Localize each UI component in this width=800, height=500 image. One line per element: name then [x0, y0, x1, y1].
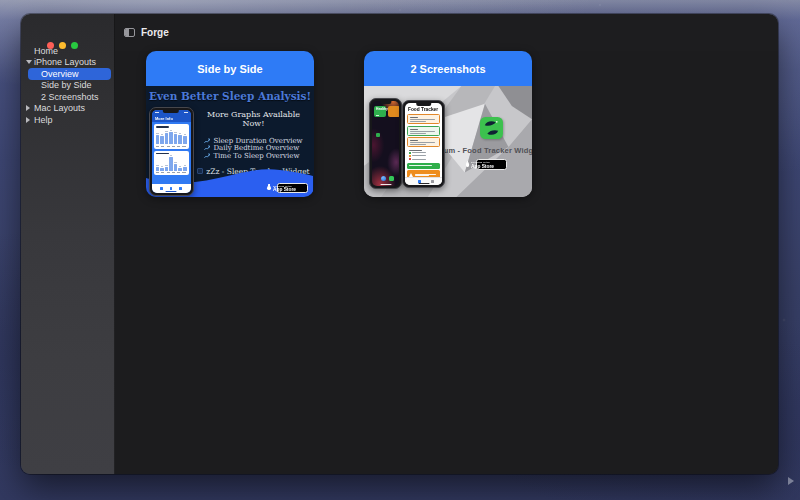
app-title: Food Tracker [408, 107, 438, 112]
status-battery-icon [184, 112, 188, 113]
safari-dock-icon [381, 176, 386, 181]
sidebar-item-2-screenshots[interactable]: 2 Screenshots [21, 91, 114, 103]
desktop-wallpaper: Home iPhone Layouts Overview Side by Sid… [0, 0, 800, 500]
app-caption: Yum - Food Tracker Widget! [439, 146, 532, 155]
sidebar-item-label: Home [21, 46, 58, 56]
orange-widget [388, 106, 399, 117]
preview-headline: Even Better Sleep Analysis! [146, 90, 314, 102]
sidebar-nav: Home iPhone Layouts Overview Side by Sid… [21, 45, 114, 126]
chart-x-labels [156, 146, 187, 147]
badge-line2: App Store [273, 187, 296, 192]
phone-notch [416, 103, 432, 106]
phone-screen: Healthy [372, 101, 399, 186]
phone-screen: More Info [152, 110, 191, 193]
sidebar: Home iPhone Layouts Overview Side by Sid… [21, 14, 115, 474]
sidebar-item-help[interactable]: Help [21, 114, 114, 126]
chart-title-placeholder [156, 126, 170, 128]
sidebar-item-mac-layouts[interactable]: Mac Layouts [21, 103, 114, 115]
badge-line1: Download on the [471, 161, 490, 162]
phone-screen: Food Tracker [405, 103, 442, 185]
layout-card-2-screenshots[interactable]: 2 Screenshots [364, 51, 532, 197]
widget-label: Healthy [376, 107, 388, 110]
success-banner [407, 163, 440, 169]
tracker-item [407, 137, 440, 147]
feature-label: Time To Sleep Overview [213, 152, 299, 160]
chart-x-labels [156, 172, 187, 173]
chart-up-icon [204, 138, 210, 144]
phone-notch [163, 110, 179, 113]
sleep-chart-card [154, 151, 189, 176]
sidebar-item-overview[interactable]: Overview [28, 68, 111, 80]
add-tab-icon [431, 180, 434, 183]
home-indicator [166, 191, 177, 193]
healthy-widget: Healthy [374, 106, 386, 117]
chevron-right-icon[interactable] [26, 117, 30, 123]
card-title: Side by Side [146, 51, 314, 86]
preview-subheadline: More Graphs Available Now! [196, 110, 311, 128]
card-preview: Healthy [364, 86, 532, 197]
chart-title-placeholder [156, 153, 170, 155]
colour-legend [407, 149, 440, 162]
layouts-overview: Side by Side Even Better Sleep Analysis!… [115, 51, 778, 474]
home-indicator [418, 183, 429, 185]
phone-mockup-homescreen: Healthy [369, 98, 402, 189]
home-indicator [380, 184, 391, 186]
branding-column: Yum - Food Tracker Widget! Download on t… [452, 117, 530, 170]
warning-icon [409, 173, 413, 177]
chevron-down-icon[interactable] [26, 60, 32, 64]
phone-mockup-sleep: More Info [149, 107, 194, 196]
app-icon [376, 133, 380, 137]
sidebar-item-home[interactable]: Home [21, 45, 114, 57]
app-store-badge: Download on the App Store [476, 159, 507, 170]
apple-logo-icon [466, 162, 470, 167]
sidebar-item-side-by-side[interactable]: Side by Side [21, 80, 114, 92]
phone-notch [380, 101, 391, 104]
sidebar-toggle-icon[interactable] [124, 28, 135, 37]
badge-line1: Download on the [273, 184, 292, 185]
tracker-list [407, 114, 440, 181]
messages-dock-icon [389, 176, 394, 181]
badge-line2: App Store [471, 163, 494, 168]
app-window: Home iPhone Layouts Overview Side by Sid… [21, 14, 778, 474]
apple-logo-icon [267, 186, 271, 191]
chart-up-icon [204, 153, 210, 159]
sidebar-item-label: Side by Side [21, 80, 92, 90]
card-preview: Even Better Sleep Analysis! More Graphs … [146, 86, 314, 197]
titlebar: Forge [115, 14, 778, 51]
sleep-duration-chart [156, 129, 187, 144]
main-pane: Forge Side by Side Even Better Sleep Ana… [115, 14, 778, 474]
sleep-chart-card [154, 124, 189, 149]
feature-row: Time To Sleep Overview [204, 152, 302, 160]
layout-card-side-by-side[interactable]: Side by Side Even Better Sleep Analysis!… [146, 51, 314, 197]
chart-up-icon [204, 145, 210, 151]
tracker-item [407, 126, 440, 136]
card-title: 2 Screenshots [364, 51, 532, 86]
sidebar-item-label: 2 Screenshots [21, 92, 99, 102]
tracker-item [407, 114, 440, 124]
chevron-right-icon[interactable] [26, 105, 30, 111]
phone-mockup-food-tracker: Food Tracker [402, 100, 445, 188]
sidebar-item-label: Mac Layouts [21, 103, 85, 113]
nav-title: More Info [155, 117, 173, 121]
status-time [155, 112, 159, 113]
desktop-edge-arrow-icon[interactable] [788, 477, 794, 485]
sidebar-item-label: iPhone Layouts [21, 57, 96, 67]
feature-list: Sleep Duration Overview Daily Bedtime Ov… [204, 137, 302, 160]
window-title: Forge [141, 27, 169, 38]
app-store-badge: Download on the App Store [277, 183, 308, 193]
sidebar-item-label: Overview [28, 69, 79, 79]
yum-app-logo [480, 117, 503, 139]
time-to-sleep-chart [156, 156, 187, 171]
sidebar-item-iphone-layouts[interactable]: iPhone Layouts [21, 57, 114, 69]
